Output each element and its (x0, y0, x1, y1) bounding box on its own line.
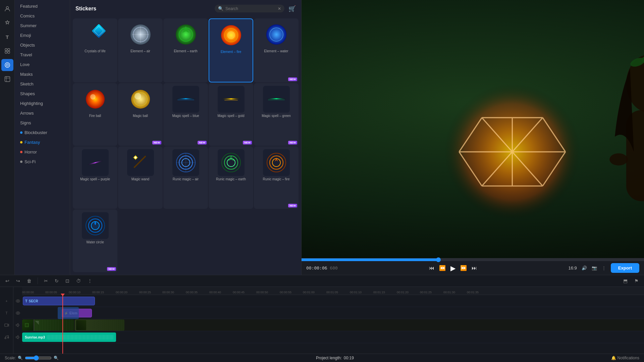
video-preview (302, 0, 644, 258)
sidebar-item-shapes[interactable]: Shapes (15, 89, 70, 99)
sticker-element-earth[interactable]: Element – earth (163, 18, 208, 82)
clip-blue-block[interactable] (58, 307, 79, 319)
track-vol-2[interactable] (16, 331, 20, 343)
track-vis-2[interactable] (16, 307, 20, 319)
duration-button[interactable]: ⏱ (74, 277, 83, 285)
timeline-scrubber[interactable] (302, 258, 644, 261)
export-timeline-btn[interactable]: ⬒ (621, 277, 630, 285)
sticker-thumb-water (263, 21, 290, 48)
step-back-btn[interactable]: ⏪ (439, 265, 446, 271)
redo-button[interactable]: ↪ (14, 277, 22, 285)
sidebar-item-masks[interactable]: Masks (15, 69, 70, 79)
video-background (302, 0, 644, 258)
sidebar-item-objects[interactable]: Objects (15, 40, 70, 50)
fantasy-dot (20, 141, 22, 143)
track-icon-add[interactable]: + (5, 295, 7, 307)
sticker-thumb-air (127, 21, 154, 48)
sticker-label-runicfire: Runic magic – fire (263, 177, 289, 181)
sticker-magicball[interactable]: Magic ball NEW (118, 83, 163, 146)
step-forward-btn[interactable]: ⏩ (460, 265, 467, 271)
sticker-runic-earth[interactable]: Runic magic – earth (209, 146, 253, 209)
sticker-element-fire[interactable]: Element – fire (209, 18, 253, 82)
sticker-element-air[interactable]: Element – air (118, 18, 163, 82)
sticker-thumb-spellgold (218, 86, 245, 113)
sticker-spell-blue[interactable]: Magic spell – blue NEW (163, 83, 208, 146)
sticker-element-water[interactable]: Element – water NEW (254, 18, 299, 82)
clip-video-2[interactable] (75, 319, 124, 331)
play-btn[interactable]: ▶ (450, 264, 455, 272)
sticker-runic-air[interactable]: Runic magic – air (163, 146, 208, 209)
delete-button[interactable]: 🗑 (25, 277, 34, 285)
sticker-water-circle[interactable]: Water circle NEW (73, 209, 117, 272)
sticker-runic-fire[interactable]: Runic magic – fire NEW (254, 146, 299, 209)
sidebar-item-scifi[interactable]: Sci-Fi (15, 157, 70, 167)
sidebar: Featured Comics Summer Emoji Objects Tra… (15, 0, 70, 275)
sticker-crystals-of-life[interactable]: Crystals of life (73, 18, 117, 82)
track-vis-1[interactable] (16, 295, 20, 307)
scale-slider[interactable] (25, 355, 52, 361)
svg-rect-10 (92, 24, 106, 38)
sidebar-item-comics[interactable]: Comics (15, 11, 70, 21)
sidebar-item-emoji[interactable]: Emoji (15, 31, 70, 40)
sticker-spell-purple[interactable]: Magic spell – purple (73, 146, 117, 209)
sidebar-item-blockbuster[interactable]: Blockbuster (15, 128, 70, 137)
sticker-thumb-runicair (172, 149, 199, 176)
project-length-label: Project length: (316, 356, 342, 360)
sticker-magic-wand[interactable]: Magic wand (118, 146, 163, 209)
sidebar-item-signs[interactable]: Signs (15, 118, 70, 128)
iconbar-profile[interactable] (1, 3, 13, 15)
skip-to-start-btn[interactable]: ⏮ (429, 265, 434, 271)
sidebar-item-summer[interactable]: Summer (15, 21, 70, 31)
notifications-button[interactable]: 🔔 Notifications (611, 356, 639, 360)
preview-controls: 00:00:06 600 ⏮ ⏪ ▶ ⏩ ⏭ 16:9 🔊 📷 ⋮ Export (302, 258, 644, 275)
stickers-title: Stickers (75, 6, 96, 12)
more-options-icon[interactable]: ⋮ (602, 265, 606, 270)
iconbar-motion[interactable] (1, 45, 13, 57)
sidebar-item-travel[interactable]: Travel (15, 50, 70, 60)
sidebar-item-sketch[interactable]: Sketch (15, 79, 70, 89)
scale-zoom-out-icon[interactable]: 🔍 (18, 356, 23, 360)
sidebar-item-love[interactable]: Love (15, 60, 70, 69)
clip-text-secr[interactable]: T SECR (23, 297, 95, 305)
scale-label: Scale: (5, 356, 16, 360)
snapshot-icon[interactable]: 📷 (592, 265, 597, 270)
preview-area: 00:00:06 600 ⏮ ⏪ ▶ ⏩ ⏭ 16:9 🔊 📷 ⋮ Export (302, 0, 644, 275)
sticker-fireball[interactable]: Fire ball (73, 83, 117, 146)
timeline-area: ↩ ↪ 🗑 ✂ ↻ ⊡ ⏱ ⋮ ⬒ ⚑ + T (0, 275, 644, 362)
search-bar[interactable]: 🔍 ✕ (215, 5, 284, 12)
clip-video-1[interactable] (22, 319, 74, 331)
iconbar-effects[interactable] (1, 17, 13, 29)
sticker-label-spellblue: Magic spell – blue (172, 114, 199, 118)
time-display: 00:00:06 600 (306, 265, 338, 270)
iconbar-text[interactable]: T (1, 31, 13, 43)
search-clear-icon[interactable]: ✕ (278, 6, 281, 11)
sticker-thumb-runicearth (218, 149, 245, 176)
split-button[interactable]: ⋮ (86, 277, 94, 285)
clip-audio-sunrise[interactable]: Sunrise.mp3 (22, 333, 116, 342)
iconbar-stickers[interactable] (1, 59, 13, 71)
sidebar-item-highlighting[interactable]: Highlighting (15, 99, 70, 108)
undo-button[interactable]: ↩ (3, 277, 11, 285)
volume-icon[interactable]: 🔊 (582, 265, 587, 270)
header-controls: 🔍 ✕ 🛒 (215, 5, 296, 12)
export-button[interactable]: Export (611, 263, 639, 273)
search-input[interactable] (225, 6, 276, 11)
sticker-spell-green[interactable]: Magic spell – green NEW (254, 83, 299, 146)
skip-to-end-btn[interactable]: ⏭ (472, 265, 477, 271)
sidebar-item-arrows[interactable]: Arrows (15, 108, 70, 118)
iconbar-shapes[interactable] (1, 73, 13, 85)
sticker-spell-gold[interactable]: Magic spell – gold NEW (209, 83, 253, 146)
rotate-button[interactable]: ↻ (53, 277, 61, 285)
sidebar-item-fantasy[interactable]: Fantasy (15, 137, 70, 147)
cut-button[interactable]: ✂ (42, 277, 50, 285)
sidebar-item-horror[interactable]: Horror (15, 147, 70, 157)
cart-icon[interactable]: 🛒 (288, 5, 296, 12)
aspect-ratio-selector[interactable]: 16:9 (569, 265, 577, 270)
crop-button[interactable]: ⊡ (63, 277, 71, 285)
scale-control: Scale: 🔍 🔍 (5, 355, 59, 361)
new-badge-spellgreen: NEW (288, 141, 297, 144)
scale-zoom-in-icon[interactable]: 🔍 (54, 356, 59, 360)
sidebar-item-featured[interactable]: Featured (15, 1, 70, 11)
track-vol-1[interactable] (16, 319, 20, 331)
flag-button[interactable]: ⚑ (632, 277, 641, 285)
